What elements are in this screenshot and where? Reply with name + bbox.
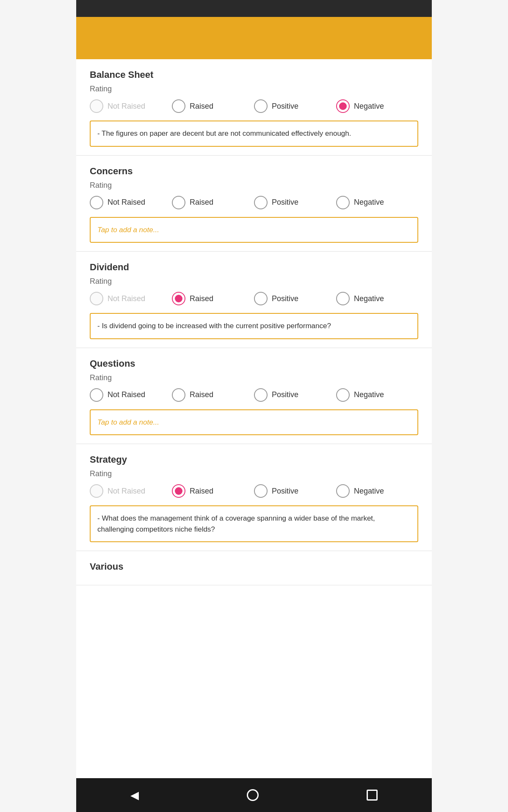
radio-circle-balance-sheet-positive bbox=[254, 99, 268, 113]
section-title-strategy: Strategy bbox=[90, 454, 418, 465]
section-title-dividend: Dividend bbox=[90, 262, 418, 273]
radio-group-dividend: Not RaisedRaisedPositiveNegative bbox=[90, 292, 418, 305]
section-concerns: ConcernsRatingNot RaisedRaisedPositiveNe… bbox=[76, 156, 432, 252]
radio-circle-concerns-negative bbox=[336, 196, 350, 209]
radio-label-questions-negative: Negative bbox=[354, 390, 384, 399]
content: Balance SheetRatingNot RaisedRaisedPosit… bbox=[76, 59, 432, 778]
radio-option-strategy-positive[interactable]: Positive bbox=[254, 484, 336, 498]
radio-option-questions-negative[interactable]: Negative bbox=[336, 388, 418, 402]
radio-group-strategy: Not RaisedRaisedPositiveNegative bbox=[90, 484, 418, 498]
radio-circle-strategy-positive bbox=[254, 484, 268, 498]
radio-circle-questions-negative bbox=[336, 388, 350, 402]
radio-circle-concerns-raised bbox=[172, 196, 185, 209]
note-box-concerns[interactable]: Tap to add a note... bbox=[90, 217, 418, 243]
radio-label-dividend-negative: Negative bbox=[354, 294, 384, 303]
radio-circle-balance-sheet-negative bbox=[336, 99, 350, 113]
status-bar bbox=[76, 0, 432, 17]
radio-circle-questions-raised bbox=[172, 388, 185, 402]
radio-circle-dividend-positive bbox=[254, 292, 268, 305]
radio-circle-strategy-raised bbox=[172, 484, 185, 498]
radio-option-questions-raised[interactable]: Raised bbox=[172, 388, 254, 402]
rating-label-dividend: Rating bbox=[90, 277, 418, 286]
radio-label-balance-sheet-negative: Negative bbox=[354, 102, 384, 111]
nav-square-button[interactable] bbox=[367, 790, 378, 801]
radio-label-balance-sheet-not-raised: Not Raised bbox=[108, 102, 145, 111]
nav-home-button[interactable] bbox=[247, 789, 259, 801]
radio-circle-concerns-not-raised bbox=[90, 196, 103, 209]
radio-label-concerns-not-raised: Not Raised bbox=[108, 198, 145, 207]
radio-label-questions-not-raised: Not Raised bbox=[108, 390, 145, 399]
radio-label-dividend-positive: Positive bbox=[272, 294, 298, 303]
radio-option-balance-sheet-raised[interactable]: Raised bbox=[172, 99, 254, 113]
radio-group-questions: Not RaisedRaisedPositiveNegative bbox=[90, 388, 418, 402]
section-balance-sheet: Balance SheetRatingNot RaisedRaisedPosit… bbox=[76, 59, 432, 156]
radio-group-concerns: Not RaisedRaisedPositiveNegative bbox=[90, 196, 418, 209]
radio-label-strategy-not-raised: Not Raised bbox=[108, 487, 145, 496]
radio-option-concerns-raised[interactable]: Raised bbox=[172, 196, 254, 209]
radio-option-balance-sheet-not-raised[interactable]: Not Raised bbox=[90, 99, 172, 113]
radio-circle-strategy-not-raised bbox=[90, 484, 103, 498]
radio-option-dividend-negative[interactable]: Negative bbox=[336, 292, 418, 305]
section-title-balance-sheet: Balance Sheet bbox=[90, 69, 418, 80]
radio-label-questions-positive: Positive bbox=[272, 390, 298, 399]
radio-circle-balance-sheet-raised bbox=[172, 99, 185, 113]
radio-circle-dividend-not-raised bbox=[90, 292, 103, 305]
radio-label-strategy-raised: Raised bbox=[190, 487, 213, 496]
radio-circle-questions-not-raised bbox=[90, 388, 103, 402]
section-title-various: Various bbox=[90, 561, 418, 572]
radio-label-questions-raised: Raised bbox=[190, 390, 213, 399]
section-questions: QuestionsRatingNot RaisedRaisedPositiveN… bbox=[76, 348, 432, 444]
rating-label-strategy: Rating bbox=[90, 469, 418, 478]
radio-label-strategy-negative: Negative bbox=[354, 487, 384, 496]
rating-label-balance-sheet: Rating bbox=[90, 85, 418, 93]
radio-label-dividend-not-raised: Not Raised bbox=[108, 294, 145, 303]
radio-circle-dividend-raised bbox=[172, 292, 185, 305]
radio-group-balance-sheet: Not RaisedRaisedPositiveNegative bbox=[90, 99, 418, 113]
radio-option-concerns-negative[interactable]: Negative bbox=[336, 196, 418, 209]
note-box-strategy[interactable]: - What does the management think of a co… bbox=[90, 505, 418, 542]
radio-label-balance-sheet-raised: Raised bbox=[190, 102, 213, 111]
section-title-questions: Questions bbox=[90, 358, 418, 369]
radio-label-balance-sheet-positive: Positive bbox=[272, 102, 298, 111]
radio-label-dividend-raised: Raised bbox=[190, 294, 213, 303]
radio-circle-strategy-negative bbox=[336, 484, 350, 498]
section-various: Various bbox=[76, 551, 432, 585]
radio-option-strategy-negative[interactable]: Negative bbox=[336, 484, 418, 498]
rating-label-questions: Rating bbox=[90, 373, 418, 382]
rating-label-concerns: Rating bbox=[90, 181, 418, 190]
radio-option-dividend-positive[interactable]: Positive bbox=[254, 292, 336, 305]
radio-label-concerns-raised: Raised bbox=[190, 198, 213, 207]
radio-option-questions-positive[interactable]: Positive bbox=[254, 388, 336, 402]
section-dividend: DividendRatingNot RaisedRaisedPositiveNe… bbox=[76, 252, 432, 348]
radio-option-concerns-not-raised[interactable]: Not Raised bbox=[90, 196, 172, 209]
note-box-dividend[interactable]: - Is dividend going to be increased with… bbox=[90, 313, 418, 339]
radio-circle-concerns-positive bbox=[254, 196, 268, 209]
radio-option-dividend-not-raised[interactable]: Not Raised bbox=[90, 292, 172, 305]
radio-option-strategy-not-raised[interactable]: Not Raised bbox=[90, 484, 172, 498]
radio-circle-dividend-negative bbox=[336, 292, 350, 305]
section-title-concerns: Concerns bbox=[90, 166, 418, 177]
radio-option-questions-not-raised[interactable]: Not Raised bbox=[90, 388, 172, 402]
radio-label-concerns-positive: Positive bbox=[272, 198, 298, 207]
radio-option-balance-sheet-positive[interactable]: Positive bbox=[254, 99, 336, 113]
radio-circle-questions-positive bbox=[254, 388, 268, 402]
header bbox=[76, 17, 432, 59]
radio-option-dividend-raised[interactable]: Raised bbox=[172, 292, 254, 305]
bottom-nav: ◀ bbox=[76, 778, 432, 812]
nav-back-button[interactable]: ◀ bbox=[130, 789, 139, 802]
radio-option-concerns-positive[interactable]: Positive bbox=[254, 196, 336, 209]
radio-option-strategy-raised[interactable]: Raised bbox=[172, 484, 254, 498]
radio-circle-balance-sheet-not-raised bbox=[90, 99, 103, 113]
note-box-balance-sheet[interactable]: - The figures on paper are decent but ar… bbox=[90, 121, 418, 147]
section-strategy: StrategyRatingNot RaisedRaisedPositiveNe… bbox=[76, 444, 432, 551]
radio-label-concerns-negative: Negative bbox=[354, 198, 384, 207]
radio-label-strategy-positive: Positive bbox=[272, 487, 298, 496]
note-box-questions[interactable]: Tap to add a note... bbox=[90, 409, 418, 436]
radio-option-balance-sheet-negative[interactable]: Negative bbox=[336, 99, 418, 113]
